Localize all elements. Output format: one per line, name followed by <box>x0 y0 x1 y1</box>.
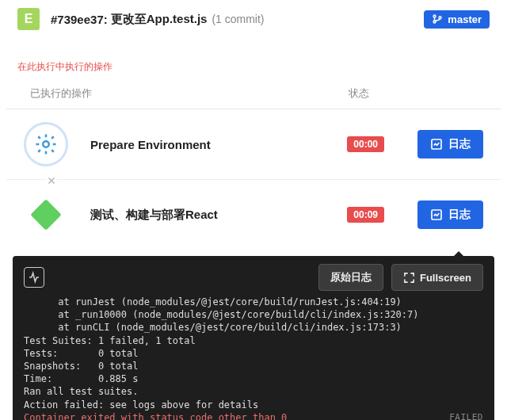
row-title: Prepare Environment <box>90 138 347 151</box>
log-button-label: 日志 <box>448 208 471 222</box>
fullscreen-icon <box>403 272 415 284</box>
log-button[interactable]: 日志 <box>417 200 483 229</box>
row-title: 测试、构建与部署React <box>90 208 347 223</box>
error-line: Container exited with status code other … <box>24 412 287 420</box>
table-row: Prepare Environment 00:00 日志 <box>6 109 501 180</box>
activity-icon[interactable] <box>24 267 44 288</box>
console-toolbar: 原始日志 Fullscreen <box>24 264 483 291</box>
console-output: at runJest (node_modules/@jest/core/buil… <box>24 296 483 420</box>
close-icon[interactable] <box>46 175 57 186</box>
branch-pill[interactable]: master <box>424 10 490 29</box>
raw-log-button[interactable]: 原始日志 <box>318 264 383 291</box>
table-row: 测试、构建与部署React 00:09 日志 <box>6 180 501 250</box>
log-icon <box>430 138 443 151</box>
gear-icon <box>24 122 68 166</box>
console-panel: 原始日志 Fullscreen at runJest (node_modules… <box>13 256 494 420</box>
caret-up-icon <box>453 251 464 257</box>
avatar: E <box>17 8 40 30</box>
log-icon <box>430 208 443 221</box>
svg-point-2 <box>439 17 441 19</box>
table-header: 已执行的操作 状态 <box>6 80 501 109</box>
section-label: 在此执行中执行的操作 <box>0 38 507 80</box>
commit-message: 更改至App.test.js <box>111 12 208 27</box>
branch-icon <box>432 13 443 25</box>
cube-icon <box>24 193 68 237</box>
fullscreen-label: Fullscreen <box>420 272 471 284</box>
fullscreen-button[interactable]: Fullscreen <box>391 264 483 291</box>
header: E #739ee37: 更改至App.test.js (1 commit) ma… <box>0 0 507 38</box>
col-status: 状态 <box>349 86 483 101</box>
commit-hash: #739ee37: <box>51 13 108 26</box>
svg-point-0 <box>433 15 436 17</box>
log-button-label: 日志 <box>448 137 471 151</box>
time-badge: 00:00 <box>347 136 384 152</box>
time-badge: 00:09 <box>347 207 384 223</box>
status-badge: FAILED <box>449 412 483 420</box>
col-operations: 已执行的操作 <box>24 86 349 101</box>
branch-name: master <box>448 13 482 25</box>
log-button[interactable]: 日志 <box>417 130 483 158</box>
commit-count: (1 commit) <box>212 13 264 25</box>
